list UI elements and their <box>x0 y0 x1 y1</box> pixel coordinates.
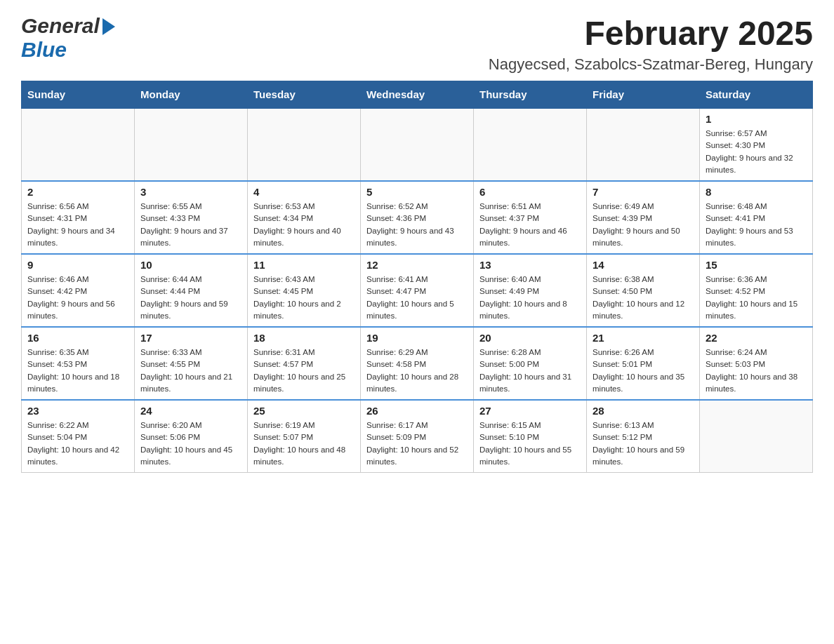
day-info: Sunrise: 6:46 AM Sunset: 4:42 PM Dayligh… <box>27 274 128 322</box>
day-number: 6 <box>479 186 581 198</box>
calendar-cell: 26Sunrise: 6:17 AM Sunset: 5:09 PM Dayli… <box>361 400 474 473</box>
day-info: Sunrise: 6:28 AM Sunset: 5:00 PM Dayligh… <box>479 347 581 395</box>
calendar-cell <box>700 400 813 473</box>
day-number: 23 <box>27 405 128 417</box>
day-number: 25 <box>253 405 355 417</box>
page-title: February 2025 <box>489 14 813 53</box>
calendar-cell: 19Sunrise: 6:29 AM Sunset: 4:58 PM Dayli… <box>361 327 474 400</box>
title-area: February 2025 Nagyecsed, Szabolcs-Szatma… <box>489 14 813 74</box>
day-number: 11 <box>253 259 355 271</box>
day-info: Sunrise: 6:41 AM Sunset: 4:47 PM Dayligh… <box>366 274 468 322</box>
day-info: Sunrise: 6:36 AM Sunset: 4:52 PM Dayligh… <box>706 274 807 322</box>
day-number: 7 <box>593 186 694 198</box>
day-info: Sunrise: 6:26 AM Sunset: 5:01 PM Dayligh… <box>593 347 694 395</box>
svg-marker-0 <box>102 18 115 35</box>
logo-general-text: General <box>21 14 100 38</box>
day-info: Sunrise: 6:31 AM Sunset: 4:57 PM Dayligh… <box>253 347 355 395</box>
calendar-cell: 3Sunrise: 6:55 AM Sunset: 4:33 PM Daylig… <box>135 181 248 254</box>
day-number: 24 <box>140 405 241 417</box>
calendar-header-row: SundayMondayTuesdayWednesdayThursdayFrid… <box>22 81 813 109</box>
day-number: 13 <box>479 259 581 271</box>
calendar-week-row: 1Sunrise: 6:57 AM Sunset: 4:30 PM Daylig… <box>22 108 813 181</box>
day-of-week-header: Wednesday <box>361 81 474 109</box>
day-info: Sunrise: 6:40 AM Sunset: 4:49 PM Dayligh… <box>479 274 581 322</box>
calendar-cell: 1Sunrise: 6:57 AM Sunset: 4:30 PM Daylig… <box>700 108 813 181</box>
calendar-week-row: 9Sunrise: 6:46 AM Sunset: 4:42 PM Daylig… <box>22 254 813 327</box>
calendar-cell: 16Sunrise: 6:35 AM Sunset: 4:53 PM Dayli… <box>22 327 135 400</box>
calendar-week-row: 2Sunrise: 6:56 AM Sunset: 4:31 PM Daylig… <box>22 181 813 254</box>
day-info: Sunrise: 6:13 AM Sunset: 5:12 PM Dayligh… <box>593 420 694 468</box>
calendar-cell <box>361 108 474 181</box>
day-info: Sunrise: 6:53 AM Sunset: 4:34 PM Dayligh… <box>253 201 355 249</box>
day-number: 16 <box>27 332 128 344</box>
calendar-cell: 18Sunrise: 6:31 AM Sunset: 4:57 PM Dayli… <box>248 327 361 400</box>
calendar-cell: 11Sunrise: 6:43 AM Sunset: 4:45 PM Dayli… <box>248 254 361 327</box>
calendar-cell: 20Sunrise: 6:28 AM Sunset: 5:00 PM Dayli… <box>474 327 587 400</box>
calendar-cell: 4Sunrise: 6:53 AM Sunset: 4:34 PM Daylig… <box>248 181 361 254</box>
calendar-cell: 6Sunrise: 6:51 AM Sunset: 4:37 PM Daylig… <box>474 181 587 254</box>
logo-triangle-icon <box>101 17 117 35</box>
day-of-week-header: Saturday <box>700 81 813 109</box>
calendar-cell: 7Sunrise: 6:49 AM Sunset: 4:39 PM Daylig… <box>587 181 700 254</box>
day-number: 12 <box>366 259 468 271</box>
day-info: Sunrise: 6:33 AM Sunset: 4:55 PM Dayligh… <box>140 347 241 395</box>
day-info: Sunrise: 6:24 AM Sunset: 5:03 PM Dayligh… <box>706 347 807 395</box>
day-info: Sunrise: 6:17 AM Sunset: 5:09 PM Dayligh… <box>366 420 468 468</box>
day-info: Sunrise: 6:57 AM Sunset: 4:30 PM Dayligh… <box>706 128 807 176</box>
day-number: 9 <box>27 259 128 271</box>
day-info: Sunrise: 6:20 AM Sunset: 5:06 PM Dayligh… <box>140 420 241 468</box>
calendar-cell: 10Sunrise: 6:44 AM Sunset: 4:44 PM Dayli… <box>135 254 248 327</box>
day-number: 28 <box>593 405 694 417</box>
day-info: Sunrise: 6:29 AM Sunset: 4:58 PM Dayligh… <box>366 347 468 395</box>
location-subtitle: Nagyecsed, Szabolcs-Szatmar-Bereg, Hunga… <box>489 55 813 74</box>
calendar-cell <box>22 108 135 181</box>
calendar-cell <box>474 108 587 181</box>
day-of-week-header: Tuesday <box>248 81 361 109</box>
calendar-cell <box>587 108 700 181</box>
calendar-cell: 21Sunrise: 6:26 AM Sunset: 5:01 PM Dayli… <box>587 327 700 400</box>
calendar-cell: 22Sunrise: 6:24 AM Sunset: 5:03 PM Dayli… <box>700 327 813 400</box>
calendar-week-row: 23Sunrise: 6:22 AM Sunset: 5:04 PM Dayli… <box>22 400 813 473</box>
day-number: 8 <box>706 186 807 198</box>
header: General Blue February 2025 Nagyecsed, Sz… <box>21 14 813 74</box>
calendar-cell: 27Sunrise: 6:15 AM Sunset: 5:10 PM Dayli… <box>474 400 587 473</box>
day-number: 10 <box>140 259 241 271</box>
calendar-cell: 12Sunrise: 6:41 AM Sunset: 4:47 PM Dayli… <box>361 254 474 327</box>
calendar-cell: 15Sunrise: 6:36 AM Sunset: 4:52 PM Dayli… <box>700 254 813 327</box>
day-number: 2 <box>27 186 128 198</box>
day-of-week-header: Monday <box>135 81 248 109</box>
calendar-cell: 5Sunrise: 6:52 AM Sunset: 4:36 PM Daylig… <box>361 181 474 254</box>
day-of-week-header: Thursday <box>474 81 587 109</box>
day-number: 17 <box>140 332 241 344</box>
calendar-cell: 8Sunrise: 6:48 AM Sunset: 4:41 PM Daylig… <box>700 181 813 254</box>
calendar-cell <box>248 108 361 181</box>
day-number: 26 <box>366 405 468 417</box>
calendar-week-row: 16Sunrise: 6:35 AM Sunset: 4:53 PM Dayli… <box>22 327 813 400</box>
logo: General Blue <box>21 14 117 62</box>
day-info: Sunrise: 6:55 AM Sunset: 4:33 PM Dayligh… <box>140 201 241 249</box>
day-number: 4 <box>253 186 355 198</box>
calendar-cell: 28Sunrise: 6:13 AM Sunset: 5:12 PM Dayli… <box>587 400 700 473</box>
calendar-cell <box>135 108 248 181</box>
day-number: 20 <box>479 332 581 344</box>
day-info: Sunrise: 6:22 AM Sunset: 5:04 PM Dayligh… <box>27 420 128 468</box>
calendar-cell: 23Sunrise: 6:22 AM Sunset: 5:04 PM Dayli… <box>22 400 135 473</box>
calendar-cell: 2Sunrise: 6:56 AM Sunset: 4:31 PM Daylig… <box>22 181 135 254</box>
day-number: 3 <box>140 186 241 198</box>
calendar-cell: 14Sunrise: 6:38 AM Sunset: 4:50 PM Dayli… <box>587 254 700 327</box>
calendar-cell: 9Sunrise: 6:46 AM Sunset: 4:42 PM Daylig… <box>22 254 135 327</box>
day-info: Sunrise: 6:52 AM Sunset: 4:36 PM Dayligh… <box>366 201 468 249</box>
day-number: 27 <box>479 405 581 417</box>
day-info: Sunrise: 6:19 AM Sunset: 5:07 PM Dayligh… <box>253 420 355 468</box>
day-info: Sunrise: 6:51 AM Sunset: 4:37 PM Dayligh… <box>479 201 581 249</box>
day-info: Sunrise: 6:43 AM Sunset: 4:45 PM Dayligh… <box>253 274 355 322</box>
day-number: 19 <box>366 332 468 344</box>
calendar-cell: 13Sunrise: 6:40 AM Sunset: 4:49 PM Dayli… <box>474 254 587 327</box>
day-number: 22 <box>706 332 807 344</box>
day-number: 5 <box>366 186 468 198</box>
calendar-table: SundayMondayTuesdayWednesdayThursdayFrid… <box>21 81 813 473</box>
calendar-cell: 25Sunrise: 6:19 AM Sunset: 5:07 PM Dayli… <box>248 400 361 473</box>
day-number: 15 <box>706 259 807 271</box>
day-number: 1 <box>706 113 807 125</box>
day-number: 21 <box>593 332 694 344</box>
